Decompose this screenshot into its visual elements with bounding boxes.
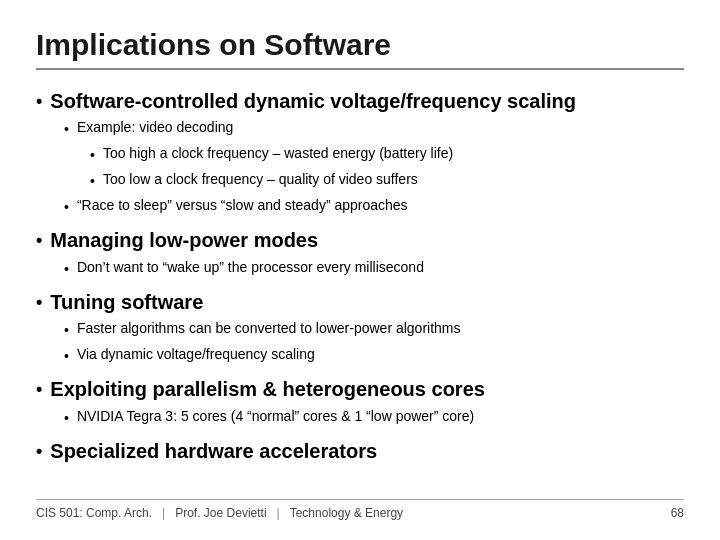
slide-content: • Software-controlled dynamic voltage/fr… <box>36 84 684 491</box>
footer-topic: Technology & Energy <box>290 506 403 520</box>
bullet-1-1-2-dot: • <box>90 171 95 192</box>
bullet-1-1-1-text: Too high a clock frequency – wasted ener… <box>103 145 453 161</box>
bullet-1-2-text: “Race to sleep” versus “slow and steady”… <box>77 197 408 213</box>
bullet-5-dot: • <box>36 440 42 463</box>
footer-sep-1: | <box>162 506 165 520</box>
bullet-4-1-text: NVIDIA Tegra 3: 5 cores (4 “normal” core… <box>77 408 474 424</box>
bullet-3-1: • Faster algorithms can be converted to … <box>64 320 684 341</box>
bullet-1-1: • Example: video decoding <box>64 119 684 140</box>
bullet-1-dot: • <box>36 90 42 113</box>
bullet-5: • Specialized hardware accelerators <box>36 440 684 463</box>
bullet-4-1-dot: • <box>64 408 69 429</box>
bullet-1-text: Software-controlled dynamic voltage/freq… <box>50 90 576 113</box>
bullet-1-1-dot: • <box>64 119 69 140</box>
bullet-4-text: Exploiting parallelism & heterogeneous c… <box>50 378 485 401</box>
bullet-1-1-1: • Too high a clock frequency – wasted en… <box>90 145 684 166</box>
slide-footer: CIS 501: Comp. Arch. | Prof. Joe Deviett… <box>36 499 684 520</box>
bullet-1-2: • “Race to sleep” versus “slow and stead… <box>64 197 684 218</box>
bullet-2-1: • Don’t want to “wake up” the processor … <box>64 259 684 280</box>
footer-course: CIS 501: Comp. Arch. <box>36 506 152 520</box>
bullet-1: • Software-controlled dynamic voltage/fr… <box>36 90 684 113</box>
bullet-1-1-text: Example: video decoding <box>77 119 233 135</box>
bullet-3-2: • Via dynamic voltage/frequency scaling <box>64 346 684 367</box>
footer-professor: Prof. Joe Devietti <box>175 506 266 520</box>
slide: Implications on Software • Software-cont… <box>0 0 720 540</box>
bullet-5-text: Specialized hardware accelerators <box>50 440 377 463</box>
bullet-2: • Managing low-power modes <box>36 229 684 252</box>
bullet-2-text: Managing low-power modes <box>50 229 318 252</box>
footer-left: CIS 501: Comp. Arch. | Prof. Joe Deviett… <box>36 506 403 520</box>
bullet-3-2-dot: • <box>64 346 69 367</box>
bullet-3-dot: • <box>36 291 42 314</box>
bullet-3-2-text: Via dynamic voltage/frequency scaling <box>77 346 315 362</box>
bullet-3: • Tuning software <box>36 291 684 314</box>
bullet-2-1-text: Don’t want to “wake up” the processor ev… <box>77 259 424 275</box>
bullet-1-2-dot: • <box>64 197 69 218</box>
bullet-2-dot: • <box>36 229 42 252</box>
bullet-4-1: • NVIDIA Tegra 3: 5 cores (4 “normal” co… <box>64 408 684 429</box>
bullet-1-1-1-dot: • <box>90 145 95 166</box>
bullet-2-1-dot: • <box>64 259 69 280</box>
bullet-3-text: Tuning software <box>50 291 203 314</box>
bullet-1-1-2-text: Too low a clock frequency – quality of v… <box>103 171 418 187</box>
bullet-3-1-text: Faster algorithms can be converted to lo… <box>77 320 461 336</box>
footer-sep-2: | <box>277 506 280 520</box>
bullet-4-dot: • <box>36 378 42 401</box>
bullet-1-1-2: • Too low a clock frequency – quality of… <box>90 171 684 192</box>
bullet-4: • Exploiting parallelism & heterogeneous… <box>36 378 684 401</box>
footer-page: 68 <box>671 506 684 520</box>
bullet-3-1-dot: • <box>64 320 69 341</box>
slide-title: Implications on Software <box>36 28 684 70</box>
